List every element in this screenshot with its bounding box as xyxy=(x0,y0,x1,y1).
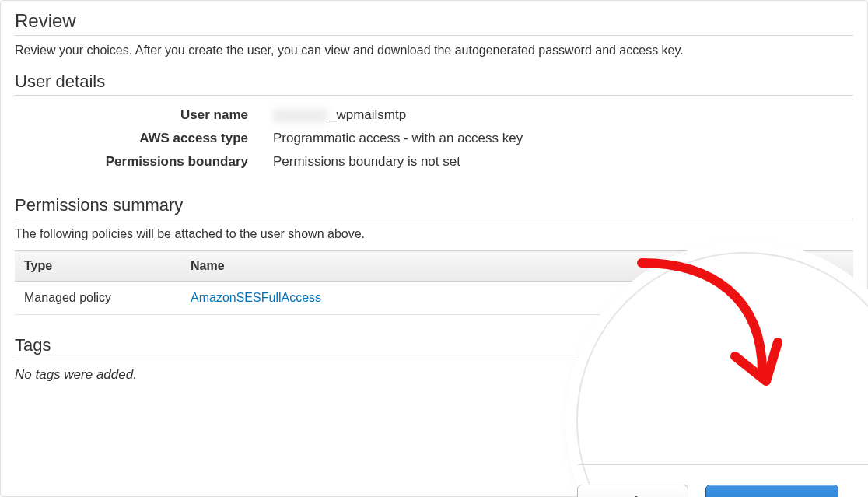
create-user-button[interactable]: Create user xyxy=(705,485,838,497)
user-name-value: _wpmailsmtp xyxy=(273,107,406,123)
access-type-row: AWS access type Programmatic access - wi… xyxy=(15,127,853,150)
page-container: Review Review your choices. After you cr… xyxy=(0,0,868,497)
user-name-label: User name xyxy=(15,107,273,123)
divider xyxy=(15,219,853,219)
access-type-label: AWS access type xyxy=(15,131,273,146)
perm-boundary-value: Permissions boundary is not set xyxy=(273,154,460,170)
review-help-text: Review your choices. After you create th… xyxy=(15,44,853,58)
previous-button[interactable]: Previous xyxy=(577,485,688,497)
permissions-summary-heading: Permissions summary xyxy=(15,195,853,215)
divider xyxy=(15,95,853,96)
wizard-button-row: Previous Create user xyxy=(652,485,838,497)
divider xyxy=(15,35,853,36)
policy-name-link[interactable]: AmazonSESFullAccess xyxy=(191,291,321,304)
user-details-heading: User details xyxy=(15,72,853,92)
policy-type-cell: Managed policy xyxy=(15,282,181,315)
redacted-username-prefix xyxy=(273,109,327,123)
perm-boundary-label: Permissions boundary xyxy=(15,154,273,170)
policy-header-type: Type xyxy=(15,251,181,282)
user-name-row: User name _wpmailsmtp xyxy=(15,103,853,127)
perm-boundary-row: Permissions boundary Permissions boundar… xyxy=(15,150,853,173)
divider xyxy=(578,464,868,465)
permissions-desc: The following policies will be attached … xyxy=(15,227,853,241)
review-heading: Review xyxy=(15,10,853,32)
access-type-value: Programmatic access - with an access key xyxy=(273,131,523,146)
